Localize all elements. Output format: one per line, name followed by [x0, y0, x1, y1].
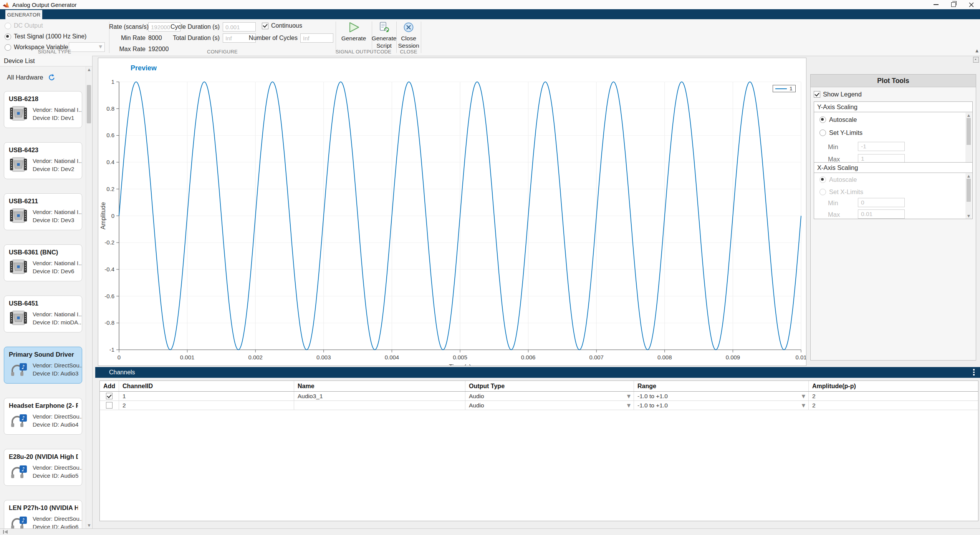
device-vendor: Vendor: National I...: [33, 259, 82, 267]
generate-button[interactable]: Generate: [336, 22, 372, 42]
svg-text:0.01: 0.01: [795, 354, 806, 361]
dc-output-label: DC Output: [14, 22, 43, 29]
signal-plot: 00.0010.0020.0030.0040.0050.0060.0070.00…: [98, 58, 806, 366]
device-id: Device ID: mioDA...: [33, 318, 82, 326]
device-card[interactable]: USB-6218: [4, 91, 82, 128]
play-icon: [347, 22, 360, 33]
y-group-scrollbar[interactable]: ▲ ▼: [965, 113, 972, 167]
matlab-logo-icon: [3, 2, 9, 8]
add-checkbox[interactable]: [106, 393, 113, 399]
chevron-down-icon[interactable]: ▼: [802, 403, 805, 408]
y-min-field: -1: [858, 142, 905, 151]
scroll-up-icon[interactable]: ▲: [86, 68, 92, 71]
device-card[interactable]: LEN P27h-10 (NVIDIA Hi...: [4, 500, 82, 528]
add-checkbox[interactable]: [106, 402, 113, 409]
signal-type-section-label: SIGNAL TYPE: [0, 49, 109, 55]
output-type-cell[interactable]: Audio ▼: [465, 401, 634, 410]
device-name: LEN P27h-10 (NVIDIA Hi...: [9, 504, 78, 512]
channelid-cell[interactable]: 1: [119, 392, 294, 400]
range-cell[interactable]: -1.0 to +1.0 ▼: [634, 392, 809, 400]
device-name: USB-6211: [9, 198, 78, 205]
set-y-limits-radio[interactable]: Set Y-Limits: [819, 129, 862, 136]
checkbox-icon: [814, 91, 820, 98]
panel-menu-icon[interactable]: [973, 369, 975, 377]
output-type-cell[interactable]: Audio ▼: [465, 392, 634, 400]
daq-device-icon: [9, 259, 28, 274]
all-hardware-row[interactable]: All Hardware: [7, 73, 82, 81]
x-axis-scaling-group: X-Axis Scaling Autoscale Set X-Limits Mi…: [814, 162, 973, 219]
scrollbar-thumb[interactable]: [87, 85, 91, 123]
amplitude-cell[interactable]: 2: [809, 392, 978, 400]
scrollbar-thumb[interactable]: [967, 179, 971, 202]
device-card[interactable]: USB-6423: [4, 142, 82, 179]
channelid-cell[interactable]: 2: [119, 401, 294, 410]
device-name: USB-6451: [9, 300, 78, 307]
add-cell[interactable]: [100, 392, 119, 400]
close-button[interactable]: [962, 0, 980, 9]
tab-generator[interactable]: GENERATOR: [5, 10, 42, 19]
device-id: Device ID: Audio5: [33, 472, 82, 480]
chevron-down-icon[interactable]: ▼: [627, 394, 631, 399]
preview-tab-label[interactable]: Preview: [131, 64, 157, 72]
device-card[interactable]: USB-6361 (BNC): [4, 244, 82, 281]
generate-label: Generate: [341, 35, 366, 42]
device-card[interactable]: Headset Earphone (2- Pol...: [4, 398, 82, 435]
skip-to-start-icon[interactable]: [2, 530, 9, 534]
plot-tools-panel: Plot Tools Show Legend Y-Axis Scaling Au…: [810, 74, 976, 361]
x-axis-scaling-title: X-Axis Scaling: [814, 163, 972, 173]
layout-icon[interactable]: [973, 57, 979, 63]
device-card[interactable]: E28u-20 (NVIDIA High D...: [4, 449, 82, 486]
x-max-label: Max: [828, 211, 840, 218]
scroll-up-icon[interactable]: ▲: [965, 174, 972, 178]
restore-icon: [951, 2, 956, 7]
col-header-amplitude: Amplitude(p-p): [809, 381, 978, 391]
name-cell[interactable]: Audio3_1: [294, 392, 465, 400]
device-card[interactable]: USB-6211: [4, 193, 82, 230]
close-session-button[interactable]: Close Session: [396, 22, 421, 49]
svg-text:-0.8: -0.8: [104, 319, 114, 326]
minimize-button[interactable]: [927, 0, 945, 9]
refresh-icon[interactable]: [48, 73, 55, 81]
scroll-up-icon[interactable]: ▲: [965, 113, 972, 117]
generate-script-button[interactable]: Generate Script: [372, 22, 396, 49]
name-cell[interactable]: [294, 401, 465, 410]
radio-test-signal[interactable]: Test Signal (1000 Hz Sine): [5, 33, 86, 40]
add-cell[interactable]: [100, 401, 119, 410]
restore-button[interactable]: [945, 0, 962, 9]
scrollbar-thumb[interactable]: [967, 118, 971, 145]
scroll-down-icon[interactable]: ▼: [965, 214, 972, 218]
table-body: 1 Audio3_1 Audio ▼ -1.0 to +1.0 ▼ 2 2: [100, 392, 978, 410]
amplitude-cell[interactable]: 2: [809, 401, 978, 410]
svg-text:Amplitude: Amplitude: [100, 202, 106, 229]
device-list-header: Device List: [0, 56, 92, 66]
chevron-down-icon[interactable]: ▼: [627, 403, 631, 408]
scroll-down-icon[interactable]: ▼: [86, 523, 92, 527]
headphones-icon: ♪: [9, 515, 28, 528]
x-group-scrollbar[interactable]: ▲ ▼: [965, 173, 972, 219]
all-hardware-label: All Hardware: [7, 74, 43, 81]
y-autoscale-radio[interactable]: Autoscale: [819, 116, 857, 123]
script-icon: [378, 22, 390, 33]
chevron-down-icon[interactable]: ▼: [802, 394, 805, 399]
range-cell[interactable]: -1.0 to +1.0 ▼: [634, 401, 809, 410]
svg-text:0: 0: [118, 354, 121, 361]
plot-legend[interactable]: 1: [773, 85, 796, 92]
collapse-ribbon-icon[interactable]: ▲: [975, 48, 978, 53]
radio-icon: [5, 33, 11, 40]
device-card[interactable]: Primary Sound Driver: [4, 347, 82, 384]
device-card[interactable]: USB-6451: [4, 296, 82, 332]
section-divider: [421, 22, 421, 53]
channels-header-bar: Channels: [95, 367, 980, 378]
device-name: USB-6361 (BNC): [9, 249, 78, 256]
table-row: 2 Audio ▼ -1.0 to +1.0 ▼ 2: [100, 401, 978, 410]
table-header-row: Add ChannelID Name Output Type Range Amp…: [100, 381, 978, 392]
show-legend-checkbox[interactable]: Show Legend: [814, 91, 862, 98]
device-icon: ♪: [9, 208, 28, 223]
device-list-scrollbar[interactable]: ▲ ▼: [86, 66, 92, 528]
svg-text:0.002: 0.002: [248, 354, 263, 361]
device-name: USB-6423: [9, 146, 78, 154]
channels-title: Channels: [109, 369, 135, 376]
range-value: -1.0 to +1.0: [637, 393, 668, 400]
device-list-panel: Device List All Hardware USB-6218: [0, 56, 93, 528]
continuous-checkbox[interactable]: Continuous: [262, 22, 302, 29]
